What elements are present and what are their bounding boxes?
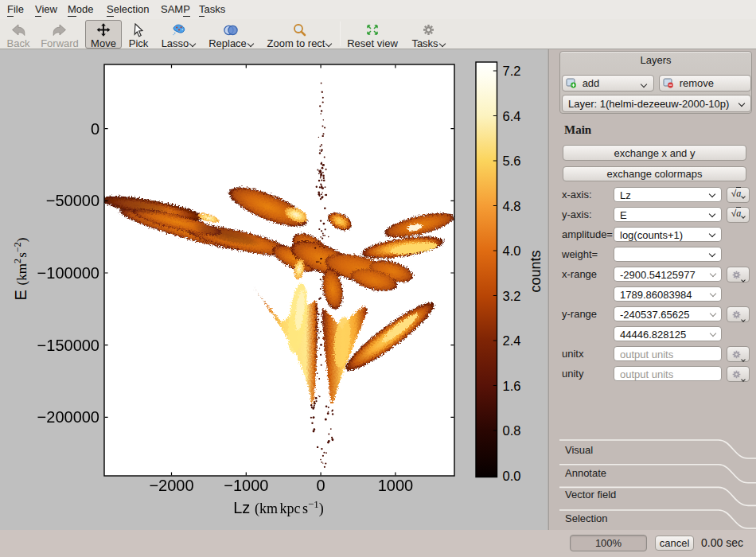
svg-text:0.8: 0.8 — [503, 423, 521, 438]
svg-text:0: 0 — [317, 477, 325, 494]
svg-text:−100000: −100000 — [37, 264, 99, 282]
svg-text:4.8: 4.8 — [503, 199, 521, 213]
svg-text:3.2: 3.2 — [503, 289, 521, 303]
svg-text:−2000: −2000 — [149, 477, 193, 494]
svg-text:−150000: −150000 — [37, 337, 99, 354]
svg-text:2.4: 2.4 — [503, 333, 521, 348]
svg-text:counts: counts — [528, 250, 544, 292]
svg-text:−50000: −50000 — [46, 192, 99, 209]
svg-text:5.6: 5.6 — [503, 154, 521, 168]
svg-text:7.2: 7.2 — [503, 64, 521, 78]
svg-text:0: 0 — [91, 120, 99, 138]
svg-text:1.6: 1.6 — [503, 379, 521, 393]
svg-text:−1000: −1000 — [224, 477, 268, 494]
svg-text:0.0: 0.0 — [503, 469, 521, 483]
svg-text:4.0: 4.0 — [503, 243, 521, 258]
svg-text:−200000: −200000 — [37, 408, 99, 426]
svg-text:6.4: 6.4 — [503, 109, 521, 123]
svg-text:1000: 1000 — [378, 477, 414, 494]
